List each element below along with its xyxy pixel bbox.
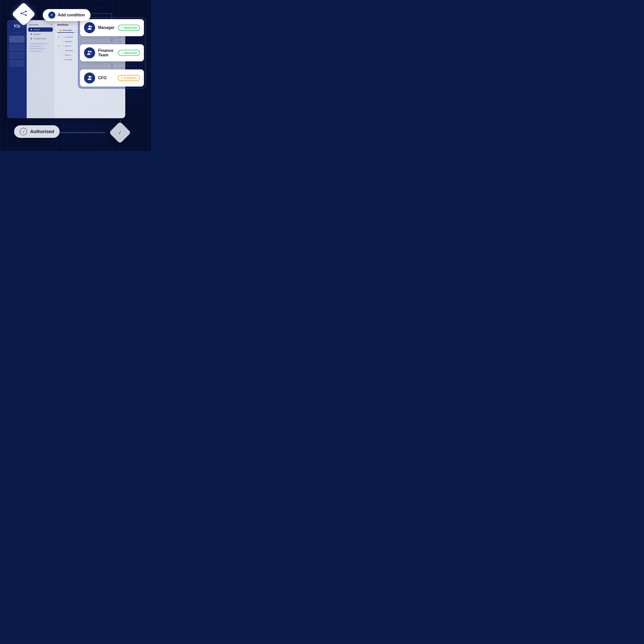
warning-icon: ▲ <box>58 36 60 38</box>
nav-dot-invoices <box>31 29 32 30</box>
finance-status-badge: ✓ Approved <box>118 50 140 56</box>
nav-placeholder-1 <box>29 43 47 44</box>
sidebar-divider <box>12 33 22 33</box>
check-icon: ✓ <box>121 26 123 29</box>
approval-card-cfo: CFO ⚠ In Review <box>80 69 144 87</box>
finance-status-label: Approved <box>124 51 137 54</box>
cfo-status-badge: ⚠ In Review <box>118 75 140 81</box>
doc-icon: 📄 <box>61 49 64 52</box>
manager-label: Manager <box>98 25 115 30</box>
manager-status-label: Approved <box>124 26 137 29</box>
sidebar-nav-item-2[interactable] <box>9 52 25 59</box>
authorised-badge: ✓ Authorised <box>14 125 60 138</box>
doc-icon: 📄 <box>61 45 64 47</box>
nav-placeholder-3 <box>29 48 45 49</box>
nav-dot-suppliers <box>31 33 32 35</box>
svg-point-7 <box>88 51 90 53</box>
sidebar-nav <box>7 36 27 67</box>
people-icon-cfo <box>87 75 93 81</box>
doc-icon: 📄 <box>61 36 64 38</box>
approval-avatar-finance <box>84 47 95 58</box>
nav-section-title: Invoices ▾ <box>27 24 54 27</box>
svg-point-2 <box>25 15 27 16</box>
authorised-label: Authorised <box>30 129 54 134</box>
cfo-label: CFO <box>98 76 115 80</box>
svg-point-5 <box>89 25 91 27</box>
approvals-dashed-border: Manager ✓ Approved <box>78 17 146 89</box>
workflow-icon-inner <box>20 10 27 19</box>
nav-placeholder-lines <box>27 41 54 54</box>
people-icon-finance <box>87 50 93 56</box>
connector-dot-1 <box>112 39 112 42</box>
add-condition-label: Add condition <box>58 13 85 17</box>
manager-status-badge: ✓ Approved <box>118 25 140 31</box>
svg-point-8 <box>90 51 92 53</box>
warning-icon-cfo: ⚠ <box>121 77 123 79</box>
approval-card-finance-team: Finance Team ✓ Approved <box>80 44 144 61</box>
app-logo: Y/x <box>13 24 20 29</box>
app-sidebar: Y/x <box>7 20 27 118</box>
app-nav-left: Invoices ▾ Invoices Suppliers Purchase o… <box>27 20 54 118</box>
people-icon-manager <box>87 25 93 31</box>
connector-line-h-right <box>91 13 112 14</box>
svg-point-6 <box>91 26 92 27</box>
cfo-status-label: In Review <box>124 76 137 79</box>
svg-line-3 <box>22 12 25 13</box>
approvals-panel: Manager ✓ Approved <box>78 17 146 89</box>
add-condition-button[interactable]: + Add condition <box>43 9 91 21</box>
plus-icon: + <box>48 12 55 19</box>
authorised-check-icon: ✓ <box>20 128 27 135</box>
nav-placeholder-2 <box>29 46 43 47</box>
approval-card-manager: Manager ✓ Approved <box>80 19 144 36</box>
nav-placeholder-4 <box>29 51 42 52</box>
warning-icon: ▲ <box>58 45 60 47</box>
svg-point-9 <box>89 76 91 78</box>
connector-dot-2 <box>112 64 112 67</box>
svg-point-10 <box>91 76 92 78</box>
tab-invoice-inbox[interactable]: 🔒 Invoice inbox <box>57 28 74 33</box>
sidebar-nav-item-active[interactable] <box>9 36 25 43</box>
nav-menu-invoices[interactable]: Invoices <box>28 27 53 32</box>
nav-dot-purchase-orders <box>31 38 32 39</box>
sidebar-nav-item-1[interactable] <box>9 44 25 51</box>
svg-point-1 <box>25 11 27 12</box>
svg-line-4 <box>22 14 25 15</box>
nav-menu-suppliers[interactable]: Suppliers <box>28 32 53 36</box>
doc-icon: 📄 <box>61 40 64 43</box>
doc-icon: 📄 <box>61 58 64 61</box>
approval-avatar-manager <box>84 22 95 33</box>
doc-icon: 📄 <box>61 54 64 56</box>
card-connector-2 <box>80 63 144 67</box>
main-scene: + Add condition Y/x Invoices ▾ <box>0 0 151 151</box>
check-icon-finance: ✓ <box>121 52 123 54</box>
workflow-svg <box>20 10 27 17</box>
check-diamond: ✓ <box>109 122 131 144</box>
nav-menu-purchase-orders[interactable]: Purchase orders <box>28 36 53 41</box>
card-connector-1 <box>80 38 144 42</box>
finance-team-label: Finance Team <box>98 48 115 57</box>
svg-point-0 <box>21 13 22 14</box>
approval-avatar-cfo <box>84 72 95 84</box>
sidebar-nav-item-3[interactable] <box>9 60 25 67</box>
check-diamond-icon: ✓ <box>118 130 122 136</box>
